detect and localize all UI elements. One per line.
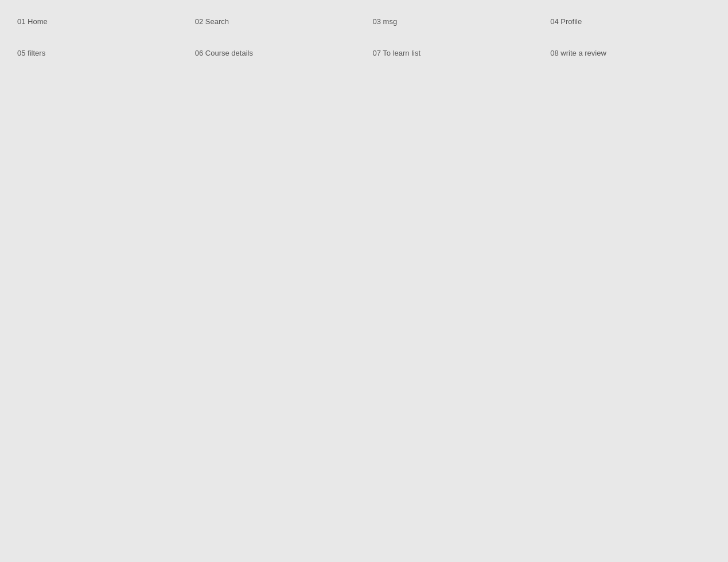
screen-column-03: 03 msg [373,17,534,32]
screen-label-03: 03 msg [373,17,534,26]
screen-label-02: 02 Search [195,17,356,26]
screen-column-08: 08 write a review [550,49,711,63]
screen-column-02: 02 Search [195,17,356,32]
screen-column-01: 01 Home [17,17,178,32]
screen-label-06: 06 Course details [195,49,356,57]
screen-column-06: 06 Course details [195,49,356,63]
screen-label-05: 05 filters [17,49,178,57]
screen-column-05: 05 filters [17,49,178,63]
screen-label-04: 04 Profile [550,17,711,26]
screen-column-04: 04 Profile [550,17,711,32]
screen-column-07: 07 To learn list [373,49,534,63]
screen-label-01: 01 Home [17,17,178,26]
screen-label-07: 07 To learn list [373,49,534,57]
screen-label-08: 08 write a review [550,49,711,57]
